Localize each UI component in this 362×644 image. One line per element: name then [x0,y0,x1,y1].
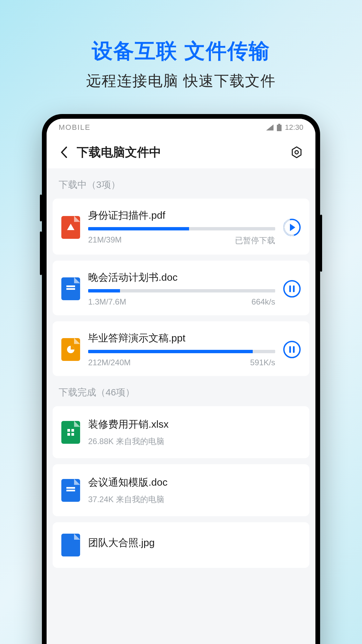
pdf-glyph-icon [66,223,75,232]
completed-item[interactable]: 团队大合照.jpg [53,522,309,568]
file-size: 1.3M/7.6M [88,297,126,307]
svg-rect-4 [66,288,75,290]
svg-rect-9 [71,433,74,436]
completed-item[interactable]: 会议通知模版.doc 37.24K 来自我的电脑 [53,464,309,516]
ppt-glyph-icon [66,345,75,354]
promo-subtitle: 远程连接电脑 快速下载文件 [0,71,362,91]
pause-icon [289,346,295,353]
svg-rect-3 [66,285,75,287]
phone-screen: MOBILE 12:30 下载电脑文件中 [47,119,315,644]
section-header-completed: 下载完成（46项） [47,376,315,406]
svg-rect-6 [67,429,70,432]
svg-rect-0 [278,124,280,125]
download-item[interactable]: 毕业答辩演示文稿.ppt 212M/240M 591K/s [53,321,309,376]
status-bar: MOBILE 12:30 [47,119,315,136]
file-status: 已暂停下载 [235,235,275,246]
svg-rect-10 [66,487,75,489]
file-meta: 26.88K 来自我的电脑 [88,436,301,447]
page-title: 下载电脑文件中 [77,144,287,161]
file-status: 664k/s [251,297,275,307]
doc-file-icon [61,277,80,300]
phone-frame: MOBILE 12:30 下载电脑文件中 [42,114,320,644]
doc-file-icon [61,479,80,502]
file-name: 团队大合照.jpg [88,536,301,550]
doc-glyph-icon [66,285,75,292]
completed-list: 装修费用开销.xlsx 26.88K 来自我的电脑 会议通知模版.doc 37.… [47,406,315,568]
file-status: 591K/s [250,358,275,367]
status-time: 12:30 [285,123,303,132]
svg-rect-11 [66,490,75,491]
svg-rect-1 [277,125,282,131]
phone-side-button [40,231,42,275]
downloading-list: 身份证扫描件.pdf 21M/39M 已暂停下载 [47,199,315,376]
pause-button[interactable] [283,280,301,298]
xlsx-glyph-icon [67,428,75,436]
file-name: 会议通知模版.doc [88,476,301,489]
progress-bar [88,289,275,292]
pause-icon [289,285,295,292]
back-button[interactable] [55,143,73,162]
resume-button[interactable] [283,219,301,236]
jpg-file-icon [61,534,80,556]
file-size: 212M/240M [88,358,131,367]
pdf-file-icon [61,216,80,239]
phone-side-button [40,195,42,221]
svg-rect-7 [71,429,74,432]
progress-bar [88,227,275,230]
progress-fill [88,350,253,353]
play-icon [290,224,295,231]
section-header-downloading: 下载中（3项） [47,168,315,199]
doc-glyph-icon [66,487,75,494]
status-carrier: MOBILE [59,123,90,132]
settings-button[interactable] [287,143,306,162]
progress-bar [88,350,275,353]
file-name: 毕业答辩演示文稿.ppt [88,331,275,345]
file-name: 身份证扫描件.pdf [88,209,275,222]
phone-side-button [320,215,322,272]
completed-item[interactable]: 装修费用开销.xlsx 26.88K 来自我的电脑 [53,406,309,458]
file-size: 21M/39M [88,235,122,246]
chevron-left-icon [60,147,68,158]
pause-button[interactable] [283,341,301,358]
xlsx-file-icon [61,421,80,444]
file-name: 装修费用开销.xlsx [88,418,301,431]
svg-point-2 [295,151,298,154]
signal-icon [266,124,274,130]
download-item[interactable]: 身份证扫描件.pdf 21M/39M 已暂停下载 [53,199,309,255]
ppt-file-icon [61,338,80,361]
progress-fill [88,227,189,230]
file-meta: 37.24K 来自我的电脑 [88,494,301,505]
promo-title: 设备互联 文件传输 [0,0,362,65]
progress-fill [88,289,120,292]
file-name: 晚会活动计划书.doc [88,271,275,284]
svg-rect-8 [67,433,70,436]
settings-icon [290,146,303,159]
battery-icon [277,124,282,131]
app-bar: 下载电脑文件中 [47,136,315,168]
download-item[interactable]: 晚会活动计划书.doc 1.3M/7.6M 664k/s [53,261,309,315]
